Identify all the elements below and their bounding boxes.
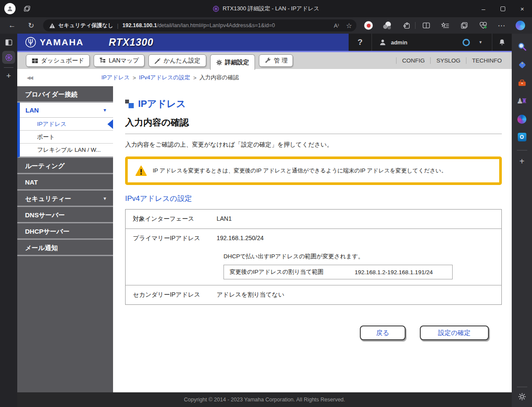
row-value: LAN1 bbox=[210, 210, 501, 229]
favorite-star-icon[interactable]: ☆ bbox=[346, 22, 352, 30]
read-aloud-icon[interactable]: A⁾ bbox=[334, 22, 339, 29]
notification-bell-icon[interactable] bbox=[492, 38, 512, 47]
edge-sidebar: ♟♜ O + bbox=[512, 34, 532, 407]
sidebar-item-dns-server[interactable]: DNSサーバー bbox=[17, 207, 113, 223]
breadcrumb-link-ip-address[interactable]: IPアドレス bbox=[101, 74, 130, 81]
copilot-icon[interactable] bbox=[513, 17, 527, 34]
sidebar-group-lan: LAN ▼ IPアドレス ポート フレキシブル LAN / W... bbox=[17, 103, 113, 158]
sidebar-item-security[interactable]: セキュリティー ▼ bbox=[17, 191, 113, 207]
active-tab-favicon[interactable] bbox=[2, 51, 15, 64]
tab-detailed-settings[interactable]: 詳細設定 bbox=[210, 54, 255, 70]
breadcrumb-row: ◀◀ IPアドレス > IPv4アドレスの設定 > 入力内容の確認 bbox=[17, 69, 512, 86]
sidebar-item-nat[interactable]: NAT bbox=[17, 174, 113, 191]
warning-icon bbox=[135, 166, 147, 176]
row-value: 192.168.1.250/24 DHCPで払い出すIPアドレスの範囲が変更され… bbox=[210, 229, 501, 285]
new-tab-button[interactable]: + bbox=[6, 71, 11, 81]
tab-management[interactable]: 管 理 bbox=[259, 54, 293, 67]
address-bar[interactable]: セキュリティ保護なし | 192.168.100.1/detail/lan/la… bbox=[43, 19, 356, 31]
page-favicon bbox=[213, 6, 219, 12]
sidebar-add-button[interactable]: + bbox=[519, 157, 525, 166]
breadcrumb: IPアドレス > IPv4アドレスの設定 > 入力内容の確認 bbox=[101, 69, 239, 86]
wrench-icon bbox=[264, 57, 271, 64]
user-caret-icon[interactable]: ▼ bbox=[478, 40, 482, 44]
button-row: 戻る 設定の確定 bbox=[125, 326, 502, 340]
table-row: セカンダリーIPアドレス アドレスを割り当てない bbox=[126, 285, 501, 304]
settings-sidebar: プロバイダー接続 LAN ▼ IPアドレス ポート フレキシブル LAN / W… bbox=[17, 86, 113, 392]
sidebar-item-routing[interactable]: ルーティング bbox=[17, 158, 113, 174]
page-footer: Copyright © 2014 - 2023 Yamaha Corporati… bbox=[17, 392, 512, 407]
router-page: YAMAHA RTX1300 ? admin ▼ bbox=[17, 34, 512, 407]
sidebar-games-icon[interactable]: ♟♜ bbox=[517, 96, 527, 106]
sidebar-item-flexible-lan[interactable]: フレキシブル LAN / W... bbox=[20, 144, 113, 157]
syslog-link[interactable]: SYSLOG bbox=[430, 57, 466, 64]
sidebar-shopping-icon[interactable] bbox=[517, 59, 527, 70]
record-icon[interactable] bbox=[362, 17, 375, 34]
active-page-marker bbox=[107, 119, 113, 129]
user-menu[interactable]: admin ▼ bbox=[372, 38, 492, 46]
yamaha-tuning-fork-icon bbox=[25, 37, 36, 48]
sidebar-outlook-icon[interactable]: O bbox=[517, 132, 527, 142]
extension-spheres-icon[interactable] bbox=[381, 17, 394, 34]
settings-menu-icon[interactable]: ⋯ bbox=[494, 17, 508, 34]
sidebar-item-mail-notice[interactable]: メール通知 bbox=[17, 240, 113, 256]
warning-text: IP アドレスを変更するときは、変更後のIP アドレスと通信ができるように端末の… bbox=[153, 167, 447, 175]
tab-dashboard[interactable]: ダッシュボード bbox=[26, 54, 90, 67]
model-name: RTX1300 bbox=[109, 34, 154, 51]
maximize-icon bbox=[501, 6, 505, 11]
sidebar-tools-icon[interactable] bbox=[517, 78, 527, 88]
row-label: プライマリーIPアドレス bbox=[126, 229, 210, 285]
browser-profile-avatar[interactable] bbox=[4, 3, 16, 14]
browser-essentials-icon[interactable] bbox=[476, 17, 490, 34]
sidebar-item-port[interactable]: ポート bbox=[20, 131, 113, 144]
sidebar-m365-icon[interactable] bbox=[517, 114, 527, 124]
breadcrumb-link-ipv4-settings[interactable]: IPv4アドレスの設定 bbox=[139, 74, 190, 81]
sidebar-item-ip-address[interactable]: IPアドレス bbox=[20, 118, 113, 131]
tab-lan-map[interactable]: LANマップ bbox=[94, 54, 145, 67]
techinfo-link[interactable]: TECHINFO bbox=[466, 57, 507, 64]
help-button[interactable]: ? bbox=[349, 38, 371, 47]
not-secure-icon bbox=[49, 23, 55, 28]
favorites-bar-icon[interactable] bbox=[438, 17, 452, 34]
breadcrumb-current: 入力内容の確認 bbox=[199, 74, 239, 81]
sidebar-search-icon[interactable] bbox=[517, 41, 527, 52]
workspaces-icon[interactable] bbox=[22, 3, 33, 14]
url-text[interactable]: 192.168.100.1/detail/lan/lan.html#p=LanI… bbox=[123, 22, 334, 28]
close-button[interactable]: × bbox=[513, 0, 532, 17]
split-screen-icon[interactable] bbox=[419, 17, 433, 34]
maximize-button[interactable] bbox=[493, 0, 513, 17]
browser-toolbar: ← ↻ セキュリティ保護なし | 192.168.100.1/detail/la… bbox=[0, 17, 532, 34]
chevron-down-icon: ▼ bbox=[103, 191, 107, 207]
yamaha-favicon-icon bbox=[5, 54, 13, 61]
extensions-puzzle-icon[interactable] bbox=[400, 17, 413, 34]
back-button[interactable]: ← bbox=[5, 17, 19, 34]
config-link[interactable]: CONFIG bbox=[396, 57, 431, 64]
tab-actions-icon[interactable] bbox=[5, 37, 13, 47]
sidebar-item-dhcp-server[interactable]: DHCPサーバー bbox=[17, 223, 113, 240]
sidebar-settings-gear-icon[interactable] bbox=[518, 392, 526, 403]
dashboard-icon bbox=[31, 58, 38, 64]
refresh-button[interactable]: ↻ bbox=[24, 17, 38, 34]
main-tabbar: ダッシュボード LANマップ かんたん設定 bbox=[17, 52, 512, 69]
wand-icon bbox=[154, 57, 161, 64]
copyright-text: Copyright © 2014 - 2023 Yamaha Corporati… bbox=[184, 397, 345, 403]
confirm-settings-button[interactable]: 設定の確定 bbox=[420, 326, 489, 340]
app-header: YAMAHA RTX1300 ? admin ▼ bbox=[17, 34, 512, 51]
row-label: セカンダリーIPアドレス bbox=[126, 285, 210, 304]
section-title: 入力内容の確認 bbox=[125, 116, 502, 128]
subtable-label: 変更後のIPアドレスの割り当て範囲 bbox=[224, 268, 355, 276]
yamaha-logo: YAMAHA bbox=[25, 34, 84, 51]
minimize-button[interactable]: – bbox=[474, 0, 493, 17]
tab-easy-setup[interactable]: かんたん設定 bbox=[148, 54, 206, 67]
settings-table: 対象インターフェース LAN1 プライマリーIPアドレス 192.168.1.2… bbox=[125, 209, 502, 305]
sidebar-item-provider[interactable]: プロバイダー接続 bbox=[17, 86, 113, 103]
page-title: IPアドレス bbox=[138, 97, 186, 110]
instruction-text: 入力内容をご確認の上、変更がなければ「設定の確定」を押してください。 bbox=[125, 141, 502, 149]
collections-icon[interactable] bbox=[457, 17, 471, 34]
back-button-page[interactable]: 戻る bbox=[360, 326, 406, 340]
person-icon bbox=[6, 5, 13, 12]
dhcp-range-subtable: 変更後のIPアドレスの割り当て範囲 192.168.1.2-192.168.1.… bbox=[224, 265, 453, 279]
sidebar-item-lan[interactable]: LAN ▼ bbox=[20, 103, 113, 118]
page-title-icon bbox=[125, 100, 134, 108]
sidebar-collapse-button[interactable]: ◀◀ bbox=[27, 69, 32, 86]
lan-map-icon bbox=[99, 57, 106, 64]
